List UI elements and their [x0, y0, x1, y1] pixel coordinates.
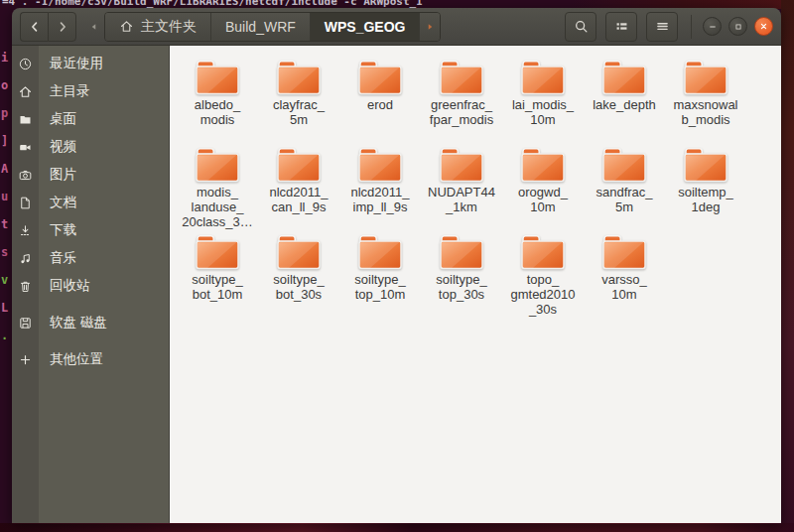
breadcrumb-home[interactable]: 主文件夹 [105, 13, 211, 41]
headerbar: 主文件夹 Build_WRF WPS_GEOG [12, 8, 781, 46]
folder-label: nlcd2011_ can_ll_9s [269, 185, 328, 214]
folder-icon [601, 145, 647, 183]
folder-icon [683, 145, 728, 183]
view-toggle-button[interactable] [605, 12, 637, 42]
folder-label: lai_modis_ 10m [512, 97, 574, 127]
window-body: 最近使用 主目录 桌面 视频 图片 文档 下载 音乐 回收站 软盘 磁盘 其他位… [12, 46, 781, 523]
sidebar-item-videos[interactable]: 视频 [12, 133, 169, 161]
terminal-edge-char: . [1, 329, 8, 342]
folder-item[interactable]: soiltype_ top_10m [339, 230, 421, 318]
folder-item[interactable]: varsso_ 10m [584, 230, 665, 318]
background-terminal-left-edge: iop]AutsvL. [0, 9, 12, 524]
background-terminal-right-edge [781, 0, 794, 532]
menu-button[interactable] [646, 12, 678, 42]
close-button[interactable] [754, 17, 773, 36]
document-icon [18, 196, 33, 210]
folder-item[interactable]: soiltype_ top_30s [421, 230, 502, 318]
background-terminal-bottom-edge [0, 523, 794, 532]
folder-label: modis_ landuse_ 20class_3… [182, 185, 253, 229]
sidebar-item-floppy-disk[interactable]: 软盘 磁盘 [12, 309, 169, 336]
folder-icon [357, 58, 403, 95]
breadcrumb-build-wrf[interactable]: Build_WRF [211, 13, 311, 41]
forward-button[interactable] [48, 12, 76, 42]
path-scroll-right-button[interactable] [420, 13, 440, 41]
video-icon [18, 140, 33, 155]
folder-label: soiltype_ top_30s [436, 272, 486, 302]
hamburger-menu-icon [654, 18, 671, 35]
folder-item[interactable]: albedo_ modis [177, 56, 258, 143]
folder-item[interactable]: modis_ landuse_ 20class_3… [177, 143, 258, 230]
folder-item[interactable]: nlcd2011_ imp_ll_9s [339, 143, 421, 230]
terminal-text-line: =4 . -I/home/c3v/Build_WRF/LIBRARIES/net… [2, 0, 423, 8]
terminal-edge-char: s [1, 245, 8, 259]
folder-item[interactable]: erod [339, 56, 421, 143]
triangle-right-icon [424, 21, 436, 33]
music-icon [18, 251, 33, 266]
breadcrumb-wps-geog[interactable]: WPS_GEOG [311, 13, 421, 41]
search-icon [573, 18, 590, 35]
path-scroll-left-button[interactable] [88, 21, 100, 33]
back-button[interactable] [20, 12, 48, 42]
window-controls-separator [691, 15, 692, 39]
terminal-edge-char: p [1, 106, 8, 120]
folder-icon [195, 145, 240, 183]
folder-item[interactable]: lake_depth [584, 56, 665, 143]
list-view-icon [613, 18, 630, 35]
folder-label: albedo_ modis [195, 97, 240, 127]
breadcrumb: 主文件夹 Build_WRF WPS_GEOG [104, 12, 441, 42]
terminal-edge-char: L [1, 301, 8, 315]
sidebar-item-pictures[interactable]: 图片 [12, 161, 169, 189]
sidebar-item-other-locations[interactable]: 其他位置 [12, 345, 169, 373]
places-sidebar: 最近使用 主目录 桌面 视频 图片 文档 下载 音乐 回收站 软盘 磁盘 其他位… [12, 46, 169, 523]
folder-item[interactable]: NUDAPT44 _1km [421, 143, 502, 230]
folder-icon [195, 58, 240, 95]
plus-icon [18, 352, 33, 367]
folder-item[interactable]: sandfrac_ 5m [584, 143, 665, 230]
folder-item[interactable]: topo_ gmted2010 _30s [502, 230, 584, 318]
folder-label: NUDAPT44 _1km [428, 185, 495, 214]
folder-label: erod [367, 97, 393, 112]
terminal-edge-char: i [1, 51, 8, 65]
folder-icon [195, 232, 240, 270]
folder-label: sandfrac_ 5m [596, 185, 652, 214]
folder-item[interactable]: orogwd_ 10m [502, 143, 584, 230]
maximize-button[interactable] [728, 17, 747, 36]
terminal-edge-char: ] [1, 134, 8, 148]
sidebar-item-downloads[interactable]: 下载 [12, 216, 169, 244]
sidebar-item-recent[interactable]: 最近使用 [12, 50, 169, 77]
sidebar-item-documents[interactable]: 文档 [12, 189, 169, 216]
terminal-edge-char: u [1, 190, 8, 203]
folder-item[interactable]: soiltype_ bot_10m [177, 230, 258, 318]
sidebar-item-home[interactable]: 主目录 [12, 77, 169, 105]
search-button[interactable] [565, 12, 596, 42]
folder-item[interactable]: clayfrac_ 5m [258, 56, 339, 143]
download-icon [18, 223, 33, 238]
folder-icon [683, 58, 728, 95]
folder-icon [357, 145, 403, 183]
floppy-icon [18, 316, 33, 331]
folder-item[interactable]: lai_modis_ 10m [502, 56, 584, 143]
terminal-edge-char: v [1, 273, 8, 287]
sidebar-section-gap [12, 300, 169, 309]
sidebar-item-desktop[interactable]: 桌面 [12, 105, 169, 133]
home-icon [18, 84, 33, 99]
folder-item[interactable]: soiltype_ bot_30s [258, 230, 339, 318]
folder-label: clayfrac_ 5m [273, 97, 325, 127]
minimize-button[interactable] [703, 17, 722, 36]
maximize-icon [733, 22, 743, 32]
sidebar-item-music[interactable]: 音乐 [12, 244, 169, 272]
close-icon [758, 21, 769, 32]
folder-label: varsso_ 10m [601, 272, 647, 302]
folder-label: soiltype_ bot_30s [273, 272, 324, 302]
folder-item[interactable]: maxsnowal b_modis [665, 56, 746, 143]
folder-item[interactable]: nlcd2011_ can_ll_9s [258, 143, 339, 230]
terminal-edge-char: A [1, 162, 8, 176]
sidebar-item-trash[interactable]: 回收站 [12, 272, 169, 300]
folder-item[interactable]: greenfrac_ fpar_modis [421, 56, 502, 143]
file-manager-window: 主文件夹 Build_WRF WPS_GEOG 最近使用 主目录 [12, 8, 781, 524]
sidebar-section-gap [12, 336, 169, 345]
folder-icon [439, 232, 484, 270]
chevron-left-icon [27, 19, 43, 35]
folder-item[interactable]: soiltemp_ 1deg [665, 143, 746, 230]
nav-button-group [20, 12, 76, 42]
